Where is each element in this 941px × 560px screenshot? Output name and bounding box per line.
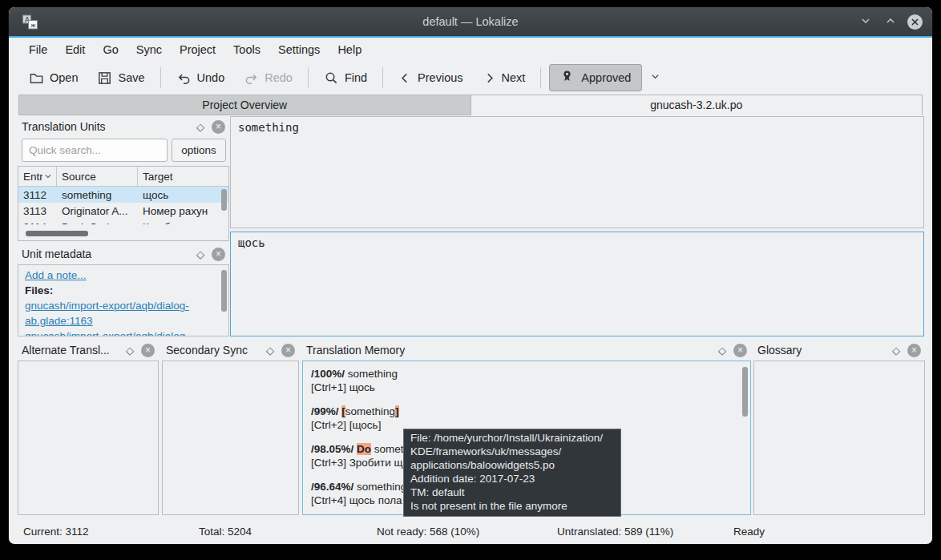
tm-source-text: something <box>345 368 398 380</box>
menu-item-help[interactable]: Help <box>329 40 370 59</box>
unit-target: щось <box>138 189 228 201</box>
status-bar: Current: 3112 Total: 5204 Not ready: 568… <box>9 520 932 544</box>
column-header-entry[interactable]: Entry <box>18 167 57 186</box>
tm-match-score: /96.64%/ <box>311 481 353 493</box>
approved-medal-icon <box>560 69 574 87</box>
menu-item-settings[interactable]: Settings <box>269 40 329 59</box>
search-options-button[interactable]: options <box>172 139 226 162</box>
close-panel-icon[interactable]: × <box>733 344 747 357</box>
source-text-view[interactable]: something <box>230 116 924 228</box>
file-reference-link[interactable]: gnucash/import-export/aqb/dialog-ab.glad… <box>25 298 214 328</box>
toolbar-separator <box>308 67 309 88</box>
tm-entry-source: /100%/ something <box>311 367 742 381</box>
undo-button[interactable]: Undo <box>169 66 232 91</box>
tm-match-score: /98.05%/ <box>311 443 353 455</box>
column-header-target[interactable]: Target <box>138 167 228 186</box>
main-toolbar: Open Save Undo Redo Find <box>9 62 932 94</box>
float-panel-icon[interactable]: ◇ <box>196 122 204 132</box>
horizontal-scrollbar-thumb[interactable] <box>26 231 88 236</box>
previous-button[interactable]: Previous <box>391 66 470 90</box>
unit-source: Bank Code <box>57 221 138 225</box>
panel-title: Secondary Sync <box>166 344 259 357</box>
add-note-link[interactable]: Add a note... <box>25 268 214 283</box>
unit-source: something <box>57 189 138 201</box>
glossary-content <box>753 361 925 515</box>
document-tabbar: Project Overview gnucash-3.2.uk.po <box>9 94 932 115</box>
glossary-panel: Glossary ◇ × <box>753 340 925 515</box>
close-panel-icon[interactable]: × <box>212 120 225 134</box>
tab-gnucash-po-file[interactable]: gnucash-3.2.uk.po <box>471 95 923 115</box>
vertical-scrollbar-thumb[interactable] <box>742 367 748 417</box>
tm-entry[interactable]: /99%/ [something][Ctrl+2] [щось] <box>311 405 742 432</box>
alternate-translations-panel: Alternate Transl... ◇ × <box>18 340 159 515</box>
tm-match-score: /100%/ <box>311 368 345 380</box>
close-panel-icon[interactable]: × <box>281 344 295 357</box>
float-panel-icon[interactable]: ◇ <box>196 249 204 260</box>
find-button[interactable]: Find <box>317 66 374 91</box>
units-table: Entry Source Target 3112somethingщось311… <box>18 166 229 241</box>
open-button[interactable]: Open <box>22 66 85 91</box>
lokalize-window: A ж default — Lokalize FileEditGoSyncPro… <box>8 6 933 545</box>
column-header-source[interactable]: Source <box>57 167 138 186</box>
unit-row[interactable]: 3114Bank CodeКод б <box>18 219 228 224</box>
tooltip-line: Addition date: 2017-07-23 <box>410 472 614 485</box>
tooltip-line: applications/baloowidgets5.po <box>410 458 614 472</box>
tab-project-overview[interactable]: Project Overview <box>18 95 471 115</box>
undo-icon <box>176 71 192 86</box>
vertical-scrollbar-thumb[interactable] <box>221 270 227 312</box>
secondary-sync-content <box>162 361 299 515</box>
menu-item-file[interactable]: File <box>20 40 56 59</box>
unit-source: Originator A... <box>57 205 138 217</box>
redo-button[interactable]: Redo <box>236 66 300 91</box>
status-total: Total: 5204 <box>199 526 252 538</box>
chevron-left-icon <box>398 71 412 85</box>
menu-item-project[interactable]: Project <box>171 40 224 59</box>
menu-item-sync[interactable]: Sync <box>127 40 171 59</box>
menu-item-edit[interactable]: Edit <box>56 40 94 59</box>
unit-entry: 3113 <box>18 205 57 217</box>
float-panel-icon[interactable]: ◇ <box>892 345 900 356</box>
unit-entry: 3114 <box>18 221 57 225</box>
save-button[interactable]: Save <box>90 66 151 91</box>
tm-entry[interactable]: /100%/ something[Ctrl+1] щось <box>311 367 742 394</box>
minimize-button[interactable] <box>858 13 874 31</box>
tooltip-line: KDE/frameworks/uk/messages/ <box>410 445 614 458</box>
float-panel-icon[interactable]: ◇ <box>126 345 134 356</box>
panel-title: Unit metadata <box>22 248 189 260</box>
float-panel-icon[interactable]: ◇ <box>718 345 726 356</box>
panel-title: Alternate Transl... <box>22 344 119 357</box>
file-reference-link[interactable]: gnucash/import-export/aqb/dialog- <box>25 328 214 336</box>
lokalize-app-icon: A ж <box>22 14 38 30</box>
unit-row[interactable]: 3113Originator A...Номер рахун <box>18 203 228 219</box>
float-panel-icon[interactable]: ◇ <box>266 345 274 356</box>
panel-title: Glossary <box>757 344 885 357</box>
sort-descending-icon <box>45 173 51 179</box>
next-button[interactable]: Next <box>475 66 533 90</box>
tooltip-line: File: /home/yurchor/Install/Ukrainizatio… <box>410 431 614 445</box>
tooltip-line: Is not present in the file anymore <box>410 499 614 513</box>
close-button[interactable] <box>907 14 923 30</box>
toolbar-separator <box>540 67 541 88</box>
close-panel-icon[interactable]: × <box>141 344 155 357</box>
quick-search-input[interactable] <box>22 139 168 162</box>
status-state: Ready <box>733 526 765 538</box>
tm-entry-target: [Ctrl+1] щось <box>311 381 742 394</box>
close-panel-icon[interactable]: × <box>212 248 225 261</box>
translation-units-panel: Translation Units ◇ × options Entry Sour… <box>18 116 229 241</box>
unit-row[interactable]: 3112somethingщось <box>18 187 228 203</box>
search-icon <box>324 71 339 86</box>
alternate-translations-content <box>18 361 159 515</box>
target-translation-editor[interactable]: щось <box>230 232 924 336</box>
unit-metadata-panel: Unit metadata ◇ × Add a note... Files: g… <box>18 244 229 336</box>
close-panel-icon[interactable]: × <box>907 344 921 357</box>
tm-entry-tooltip: File: /home/yurchor/Install/Ukrainizatio… <box>403 429 621 517</box>
status-current: Current: 3112 <box>23 526 89 538</box>
menu-item-go[interactable]: Go <box>94 40 127 59</box>
vertical-scrollbar-thumb[interactable] <box>221 189 227 211</box>
panel-title: Translation Units <box>22 120 189 133</box>
menu-item-tools[interactable]: Tools <box>224 40 269 59</box>
tm-match-score: /99%/ <box>311 405 339 417</box>
approved-toggle-button[interactable]: Approved <box>549 64 642 91</box>
approved-dropdown-arrow[interactable] <box>644 67 666 89</box>
maximize-button[interactable] <box>882 13 899 31</box>
